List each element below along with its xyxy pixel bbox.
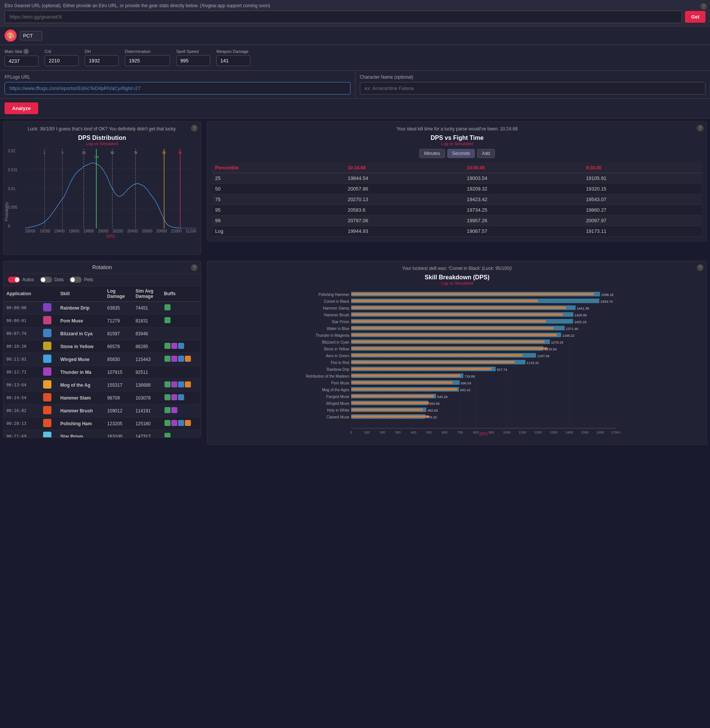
- fflogs-label: FFLogs URL: [5, 74, 350, 80]
- job-help-icon[interactable]: ?: [700, 3, 707, 10]
- right-panel: ? Your ideal kill time for a lucky parse…: [204, 118, 710, 258]
- svg-text:476.22: 476.22: [426, 415, 437, 419]
- buff-icon: [164, 343, 171, 349]
- svg-rect-41: [351, 293, 594, 295]
- skill-breakdown-svg: Polishing Hammer1598.18Comet in Black159…: [212, 291, 702, 436]
- x-label: 20000: [98, 229, 109, 233]
- svg-rect-101: [351, 395, 434, 397]
- time-cell: 00:14:54: [3, 392, 40, 404]
- list-item: 00:13:64 Mog of the Ag 155317 136688: [3, 379, 201, 392]
- buff-icon: [164, 394, 171, 400]
- skill-name-cell: Star Prism: [57, 430, 104, 438]
- col-application: Application: [3, 286, 40, 302]
- pets-toggle[interactable]: [70, 277, 82, 283]
- svg-rect-89: [351, 375, 460, 377]
- dps-vs-time-panel: ? Your ideal kill time for a lucky parse…: [207, 121, 707, 242]
- svg-text:1600: 1600: [597, 431, 604, 434]
- seconds-btn[interactable]: Seconds: [447, 149, 475, 158]
- rotation-title: Rotation: [92, 264, 112, 270]
- svg-rect-93: [351, 381, 453, 384]
- x-label: 19000: [25, 229, 36, 233]
- autos-toggle[interactable]: [8, 277, 20, 283]
- skill-icon: [43, 419, 51, 427]
- dps-dist-help-icon[interactable]: ?: [191, 125, 198, 132]
- svg-text:1200: 1200: [534, 431, 542, 434]
- dots-toggle-group: Dots: [40, 277, 64, 283]
- svg-text:1119.31: 1119.31: [527, 361, 539, 365]
- svg-rect-65: [351, 334, 557, 336]
- col-log-damage: LogDamage: [104, 286, 133, 302]
- rotation-table-wrap[interactable]: Application Skill LogDamage Sim AvgDamag…: [3, 286, 201, 437]
- main-stat-info-icon[interactable]: i: [23, 49, 29, 54]
- svg-text:1300: 1300: [550, 431, 557, 434]
- job-select[interactable]: PCT: [20, 31, 42, 40]
- time-cell: 00:12:71: [3, 366, 40, 379]
- svg-text:Blizzard in Cyan: Blizzard in Cyan: [322, 340, 349, 344]
- rotation-help-icon[interactable]: ?: [191, 264, 198, 271]
- list-item: 00:14:54 Hammer Stam 98709 103078: [3, 392, 201, 404]
- svg-text:482.62: 482.62: [428, 409, 438, 412]
- list-item: 00:00:01 Pom Muse 71279 81831: [3, 314, 201, 327]
- dps-time-title: DPS vs Fight Time: [212, 135, 702, 141]
- time-cell: 00:10:20: [3, 340, 40, 353]
- v1-cell: 19844.54: [345, 173, 464, 184]
- dh-input[interactable]: [85, 55, 119, 66]
- skill-help-icon[interactable]: ?: [697, 264, 704, 271]
- main-stat-input[interactable]: [5, 56, 39, 67]
- fflogs-input[interactable]: [5, 82, 350, 94]
- skill-icon: [43, 316, 51, 324]
- buff-icon: [171, 356, 177, 362]
- get-button[interactable]: Get: [685, 11, 705, 23]
- svg-text:Log: Log: [94, 155, 99, 158]
- skill-name-cell: Pom Muse: [57, 314, 104, 327]
- hint-text: Etro Gearset URL (optional). Either prov…: [5, 3, 705, 8]
- etro-url-input[interactable]: [5, 11, 682, 23]
- determination-input[interactable]: [125, 55, 170, 66]
- job-select-wrap[interactable]: PCT: [20, 31, 42, 40]
- svg-rect-97: [351, 388, 457, 390]
- minutes-btn[interactable]: Minutes: [419, 149, 445, 158]
- svg-text:Comet in Black: Comet in Black: [324, 299, 350, 304]
- rotation-table: Application Skill LogDamage Sim AvgDamag…: [3, 286, 201, 437]
- x-label: 19800: [84, 229, 94, 233]
- svg-rect-105: [351, 402, 429, 404]
- dps-time-help-icon[interactable]: ?: [697, 125, 704, 132]
- buffs-cell: [161, 392, 201, 404]
- log-damage-cell: 66578: [104, 340, 133, 353]
- svg-text:95: 95: [162, 150, 166, 155]
- table-row: 99 20797.06 19957.26 20097.97: [212, 215, 702, 226]
- v3-cell: 19860.27: [583, 205, 702, 215]
- v3-cell: 19320.15: [583, 184, 702, 194]
- dots-toggle[interactable]: [40, 277, 52, 283]
- spell-speed-input[interactable]: [176, 55, 210, 66]
- x-label: 19600: [69, 229, 79, 233]
- autos-label: Autos: [22, 277, 34, 282]
- sim-damage-cell: 83946: [132, 327, 161, 340]
- char-input[interactable]: [360, 82, 706, 94]
- crit-input[interactable]: [45, 55, 79, 66]
- y-label-0: 0.02: [8, 149, 17, 153]
- analyze-button[interactable]: Analyze: [5, 102, 38, 114]
- buff-icon: [164, 433, 171, 437]
- svg-text:25: 25: [82, 150, 85, 155]
- dh-label: DH: [85, 49, 119, 54]
- svg-text:493.69: 493.69: [429, 402, 440, 406]
- v3-cell: 20097.97: [583, 215, 702, 226]
- rotation-panel: Rotation ? Autos Dots Pets: [3, 261, 201, 438]
- list-item: 00:07:74 Blizzard in Cya 81597 83946: [3, 327, 201, 340]
- add-time-btn[interactable]: Add: [477, 149, 495, 158]
- buffs-cell: [161, 302, 201, 314]
- svg-text:Rainbow Drip: Rainbow Drip: [327, 367, 349, 372]
- svg-text:1233.54: 1233.54: [544, 347, 557, 351]
- weapon-damage-input[interactable]: [216, 55, 250, 66]
- buff-icon: [164, 407, 171, 413]
- skill-breakdown-section: ? Your luckiest skill was: 'Comet in Bla…: [204, 258, 710, 448]
- percentile-cell: 25: [212, 173, 345, 184]
- skill-header: Your luckiest skill was: 'Comet in Black…: [212, 266, 702, 271]
- time-cell: 00:00:01: [3, 314, 40, 327]
- buff-icon: [171, 381, 177, 387]
- buff-icon: [164, 356, 171, 362]
- x-label: 19200: [40, 229, 50, 233]
- svg-text:99: 99: [178, 150, 182, 155]
- x-label: 20600: [142, 229, 152, 233]
